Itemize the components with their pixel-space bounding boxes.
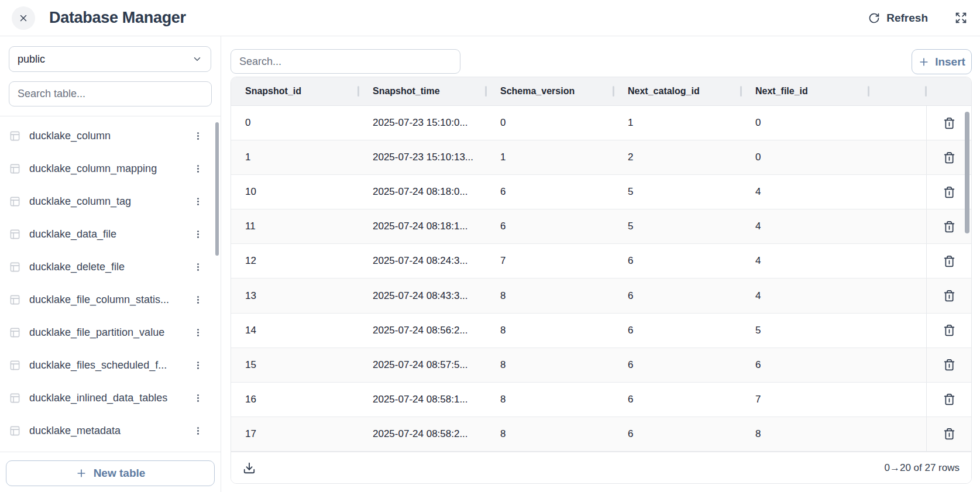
cell[interactable]: 5 (614, 175, 741, 209)
cell[interactable]: 7 (486, 244, 614, 278)
cell[interactable]: 8 (486, 348, 614, 382)
search-input[interactable] (231, 49, 460, 74)
close-button[interactable] (12, 6, 35, 30)
cell[interactable]: 2025-07-24 08:58:2... (359, 417, 486, 451)
cell[interactable]: 11 (231, 209, 359, 243)
table-menu-button[interactable] (190, 325, 205, 340)
expand-icon (955, 12, 967, 24)
cell[interactable]: 2025-07-24 08:56:2... (359, 314, 486, 348)
table-menu-button[interactable] (190, 423, 205, 438)
cell[interactable]: 6 (614, 244, 741, 278)
download-button[interactable] (242, 460, 257, 476)
sidebar-item-table[interactable]: ducklake_column_tag (0, 185, 221, 218)
cell[interactable]: 13 (231, 278, 359, 312)
sidebar-item-table[interactable]: ducklake_column (0, 119, 221, 152)
cell[interactable]: 2025-07-24 08:58:1... (359, 383, 486, 417)
cell[interactable]: 2025-07-24 08:18:0... (359, 175, 486, 209)
table-menu-button[interactable] (190, 357, 205, 373)
cell[interactable]: 0 (741, 140, 869, 174)
table-menu-button[interactable] (190, 128, 205, 143)
cell[interactable]: 7 (741, 383, 869, 417)
cell[interactable]: 6 (614, 278, 741, 312)
sidebar-item-table[interactable]: ducklake_file_column_statis... (0, 283, 221, 316)
delete-row-button[interactable] (941, 287, 958, 304)
table-name: ducklake_column (29, 130, 181, 142)
table-menu-button[interactable] (190, 194, 205, 209)
sidebar-scrollbar[interactable] (215, 122, 219, 256)
fullscreen-button[interactable] (954, 11, 968, 25)
sidebar-item-table[interactable]: ducklake_data_file (0, 218, 221, 250)
refresh-button[interactable]: Refresh (868, 12, 928, 25)
table-menu-button[interactable] (190, 292, 205, 307)
sidebar-item-table[interactable]: ducklake_file_partition_value (0, 316, 221, 349)
cell[interactable]: 16 (231, 383, 359, 417)
cell[interactable]: 10 (231, 175, 359, 209)
table-menu-button[interactable] (190, 390, 205, 405)
cell[interactable]: 2025-07-24 08:24:3... (359, 244, 486, 278)
kebab-icon (193, 197, 203, 207)
cell[interactable]: 8 (486, 314, 614, 348)
cell[interactable]: 4 (741, 278, 869, 312)
sidebar-item-table[interactable]: ducklake_delete_file (0, 250, 221, 283)
table-search-input[interactable] (9, 81, 212, 106)
cell[interactable]: 2025-07-24 08:18:1... (359, 209, 486, 243)
cell[interactable]: 2025-07-24 08:43:3... (359, 278, 486, 312)
delete-row-button[interactable] (941, 253, 958, 270)
cell[interactable]: 1 (486, 140, 614, 174)
cell[interactable]: 0 (741, 106, 869, 140)
table-icon (9, 196, 20, 207)
sidebar-item-table[interactable]: ducklake_column_mapping (0, 152, 221, 185)
cell[interactable]: 6 (486, 175, 614, 209)
cell[interactable]: 8 (486, 383, 614, 417)
cell[interactable]: 1 (614, 106, 741, 140)
sidebar-item-table[interactable]: ducklake_inlined_data_tables (0, 381, 221, 414)
cell[interactable]: 5 (614, 209, 741, 243)
delete-row-button[interactable] (941, 322, 958, 339)
new-table-button[interactable]: New table (6, 460, 215, 486)
cell[interactable]: 2025-07-23 15:10:13... (359, 140, 486, 174)
cell[interactable]: 2025-07-23 15:10:0... (359, 106, 486, 140)
cell[interactable]: 6 (614, 417, 741, 451)
cell[interactable]: 1 (231, 140, 359, 174)
cell[interactable]: 5 (741, 314, 869, 348)
delete-row-button[interactable] (941, 115, 958, 132)
cell[interactable]: 8 (741, 417, 869, 451)
delete-row-button[interactable] (941, 356, 958, 373)
delete-row-button[interactable] (941, 425, 958, 442)
sidebar-item-table[interactable]: ducklake_files_scheduled_f... (0, 349, 221, 381)
insert-button[interactable]: Insert (912, 49, 972, 74)
insert-label: Insert (935, 56, 965, 68)
table-menu-button[interactable] (190, 259, 205, 274)
cell[interactable]: 6 (614, 348, 741, 382)
delete-row-button[interactable] (941, 149, 958, 166)
delete-row-button[interactable] (941, 184, 958, 201)
table-menu-button[interactable] (190, 226, 205, 242)
cell[interactable]: 0 (231, 106, 359, 140)
cell[interactable]: 8 (486, 417, 614, 451)
cell[interactable]: 14 (231, 314, 359, 348)
cell[interactable]: 0 (486, 106, 614, 140)
schema-select[interactable]: public (9, 46, 211, 72)
topbar-actions: Refresh (868, 11, 968, 25)
cell[interactable]: 15 (231, 348, 359, 382)
cell[interactable]: 4 (741, 209, 869, 243)
cell[interactable]: 6 (486, 209, 614, 243)
table-scrollbar[interactable] (965, 112, 969, 233)
delete-row-button[interactable] (941, 391, 958, 408)
delete-row-button[interactable] (941, 218, 958, 235)
cell[interactable]: 4 (741, 244, 869, 278)
cell[interactable]: 2025-07-24 08:57:5... (359, 348, 486, 382)
cell[interactable]: 2 (614, 140, 741, 174)
kebab-icon (193, 262, 203, 272)
cell[interactable]: 6 (614, 383, 741, 417)
cell[interactable]: 4 (741, 175, 869, 209)
cell[interactable]: 17 (231, 417, 359, 451)
cell[interactable]: 6 (741, 348, 869, 382)
cell[interactable]: 8 (486, 278, 614, 312)
kebab-icon (193, 131, 203, 141)
cell[interactable]: 12 (231, 244, 359, 278)
table-menu-button[interactable] (190, 161, 205, 176)
sidebar-item-table[interactable]: ducklake_metadata (0, 414, 221, 447)
table-name: ducklake_data_file (29, 228, 181, 240)
cell[interactable]: 6 (614, 314, 741, 348)
